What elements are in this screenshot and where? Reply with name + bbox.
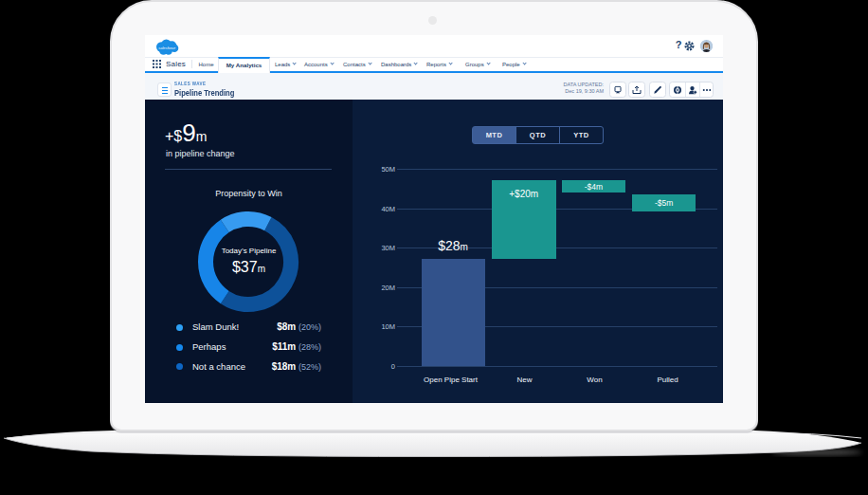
svg-text:salesforce: salesforce [158, 46, 176, 50]
